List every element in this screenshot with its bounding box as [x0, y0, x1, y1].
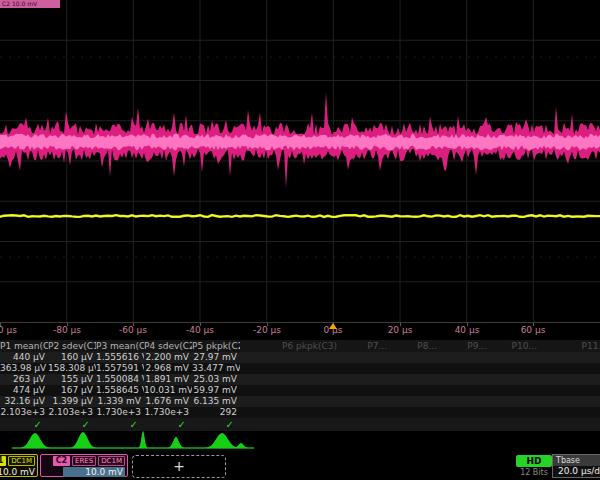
- time-label: -100 µs: [0, 325, 17, 335]
- value-cell: [240, 352, 340, 363]
- min-cell: 25.03 mV: [192, 374, 240, 385]
- mean-cell: [240, 363, 340, 374]
- max-cell: [390, 385, 440, 396]
- stat-row-num: 2.103e+32.103e+31.730e+31.730e+3292: [0, 407, 600, 418]
- sdev-cell: 1.676 mV: [144, 396, 192, 407]
- value-cell: 27.97 mV: [192, 352, 240, 363]
- c2-vdiv-value: 10.0 mV: [63, 467, 125, 477]
- num-cell: [240, 407, 340, 418]
- time-label: 40 µs: [455, 325, 480, 335]
- param-header-p3[interactable]: P3 mean(C2): [96, 340, 144, 352]
- num-cell: [390, 407, 440, 418]
- c1-coupling-badge: DC1M: [8, 456, 35, 466]
- value-cell: 1.555616 V: [96, 352, 144, 363]
- sdev-cell: [340, 396, 390, 407]
- mean-cell: 2.968 mV: [144, 363, 192, 374]
- max-cell: [490, 385, 540, 396]
- param-header-p6[interactable]: P6 pkpk(C3): [240, 340, 340, 352]
- min-cell: [390, 374, 440, 385]
- value-cell: [440, 352, 490, 363]
- time-label: 60 µs: [521, 325, 546, 335]
- trigger-position-marker[interactable]: [329, 323, 337, 329]
- param-header-p4[interactable]: P4 sdev(C2): [144, 340, 192, 352]
- value-cell: 160 µV: [48, 352, 96, 363]
- mean-cell: [440, 363, 490, 374]
- value-cell: [390, 352, 440, 363]
- num-cell: 2.103e+3: [48, 407, 96, 418]
- value-cell: 2.200 mV: [144, 352, 192, 363]
- oscilloscope-screen: C2 10.0 mV -100 µs-80 µs-60 µs-40 µs-20 …: [0, 0, 600, 480]
- min-cell: [240, 374, 340, 385]
- param-header-row: P1 mean(C1)P2 sdev(C1)P3 mean(C2)P4 sdev…: [0, 340, 600, 352]
- sdev-cell: [440, 396, 490, 407]
- bottom-toolbar: C1 DC1M 10.0 mV C2 ERES DC1M 10.0 mV + H…: [0, 452, 600, 480]
- measurement-table: P1 mean(C1)P2 sdev(C1)P3 mean(C2)P4 sdev…: [0, 340, 600, 431]
- min-cell: 263 µV: [0, 374, 48, 385]
- value-cell: [340, 352, 390, 363]
- sdev-cell: [390, 396, 440, 407]
- add-channel-button[interactable]: +: [132, 455, 226, 478]
- timebase-descriptor[interactable]: Tbase 20.0 µs/div: [552, 454, 600, 478]
- mean-cell: [540, 363, 600, 374]
- min-cell: [540, 374, 600, 385]
- c2-eres-badge: ERES: [72, 456, 96, 466]
- num-cell: [490, 407, 540, 418]
- min-cell: 155 µV: [48, 374, 96, 385]
- num-cell: 1.730e+3: [144, 407, 192, 418]
- c1-vdiv-value: 10.0 mV: [0, 467, 35, 477]
- histicon-peak: [167, 437, 185, 448]
- stat-row-value: 440 µV160 µV1.555616 V2.200 mV27.97 mV: [0, 352, 600, 363]
- param-header-p9[interactable]: P9...: [440, 340, 490, 352]
- bit-depth-label: 12 Bits: [510, 468, 558, 477]
- max-cell: [340, 385, 390, 396]
- max-cell: [240, 385, 340, 396]
- value-cell: [540, 352, 600, 363]
- timebase-title: Tbase: [553, 455, 600, 466]
- timebase-value: 20.0 µs/div: [553, 466, 600, 477]
- min-cell: [490, 374, 540, 385]
- waveform-display[interactable]: [0, 0, 600, 322]
- mean-cell: 158.308 µV: [48, 363, 96, 374]
- mean-cell: [390, 363, 440, 374]
- histicon-peak: [69, 432, 97, 448]
- c1-label: C1: [0, 456, 6, 466]
- c2-label: C2: [53, 456, 70, 466]
- param-header-p8[interactable]: P8...: [390, 340, 440, 352]
- max-cell: 59.97 mV: [192, 385, 240, 396]
- sdev-cell: 1.399 µV: [48, 396, 96, 407]
- param-header-p2[interactable]: P2 sdev(C1): [48, 340, 96, 352]
- value-cell: 440 µV: [0, 352, 48, 363]
- histicon-peak: [19, 433, 51, 448]
- histicon-peak: [138, 431, 148, 448]
- stat-row-mean: 363.98 µV158.308 µV1.557591 V2.968 mV33.…: [0, 363, 600, 374]
- value-cell: [490, 352, 540, 363]
- channel-descriptor-c2[interactable]: C2 ERES DC1M 10.0 mV: [40, 454, 128, 477]
- sdev-cell: 32.16 µV: [0, 396, 48, 407]
- num-cell: [440, 407, 490, 418]
- mean-cell: 363.98 µV: [0, 363, 48, 374]
- mean-cell: [340, 363, 390, 374]
- mean-cell: 33.477 mV: [192, 363, 240, 374]
- num-cell: [540, 407, 600, 418]
- stat-row-sdev: 32.16 µV1.399 µV1.339 mV1.676 mV6.135 mV: [0, 396, 600, 407]
- param-header-p11[interactable]: P11...: [540, 340, 600, 352]
- sdev-cell: 6.135 mV: [192, 396, 240, 407]
- num-cell: 2.103e+3: [0, 407, 48, 418]
- param-header-p1[interactable]: P1 mean(C1): [0, 340, 48, 352]
- max-cell: 474 µV: [0, 385, 48, 396]
- time-axis: -100 µs-80 µs-60 µs-40 µs-20 µs0 µs20 µs…: [0, 322, 600, 338]
- param-header-p5[interactable]: P5 pkpk(C2): [192, 340, 240, 352]
- measurement-histicons: [0, 427, 600, 451]
- num-cell: [340, 407, 390, 418]
- channel-descriptor-c1[interactable]: C1 DC1M 10.0 mV: [0, 454, 38, 477]
- time-label: -80 µs: [53, 325, 81, 335]
- histicon-peak: [204, 433, 240, 448]
- max-cell: [440, 385, 490, 396]
- mean-cell: [490, 363, 540, 374]
- param-header-p7[interactable]: P7...: [340, 340, 390, 352]
- hd-mode-badge: HD: [516, 455, 552, 467]
- time-label: -20 µs: [253, 325, 281, 335]
- trace-annotation: C2 10.0 mV: [0, 0, 60, 8]
- num-cell: 292: [192, 407, 240, 418]
- param-header-p10[interactable]: P10...: [490, 340, 540, 352]
